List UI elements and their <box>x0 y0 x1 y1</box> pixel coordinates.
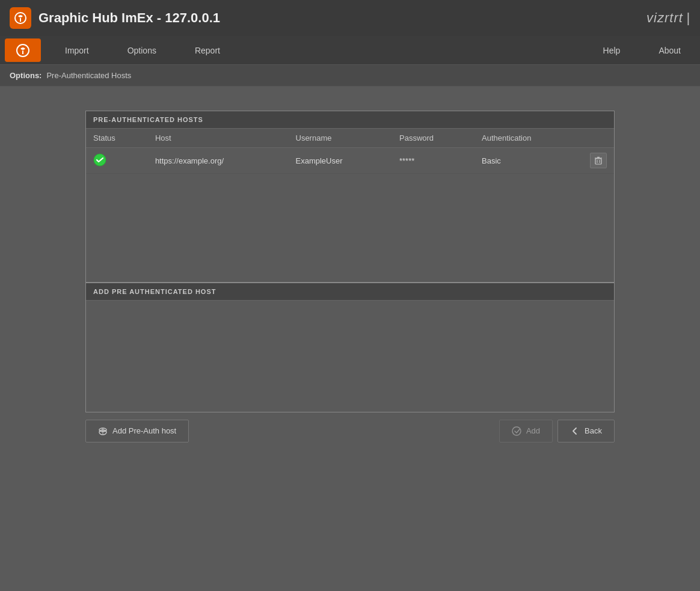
main-content: PRE-AUTHENTICATED HOSTS Status Host User… <box>0 87 700 450</box>
add-section-body <box>86 301 614 412</box>
add-label: Add <box>526 426 540 435</box>
col-password: Password <box>392 129 474 148</box>
breadcrumb: Options: Pre-Authenticated Hosts <box>0 65 700 87</box>
row-password: ***** <box>392 148 474 174</box>
row-host: https://example.org/ <box>148 148 289 174</box>
row-status <box>86 148 148 174</box>
col-host: Host <box>148 129 289 148</box>
row-username: ExampleUser <box>289 148 393 174</box>
row-delete[interactable] <box>583 148 614 174</box>
hosts-section-header: PRE-AUTHENTICATED HOSTS <box>86 111 614 129</box>
hosts-tbody: https://example.org/ ExampleUser ***** B… <box>86 148 614 282</box>
hosts-section: PRE-AUTHENTICATED HOSTS Status Host User… <box>85 111 615 283</box>
col-status: Status <box>86 129 148 148</box>
menu-item-help[interactable]: Help <box>584 36 640 64</box>
add-section-header: ADD PRE AUTHENTICATED HOST <box>86 283 614 301</box>
menu-item-report[interactable]: Report <box>176 36 239 64</box>
add-preauth-label: Add Pre-Auth host <box>112 426 176 435</box>
add-section: ADD PRE AUTHENTICATED HOST <box>85 283 615 412</box>
button-row: Add Pre-Auth host Add Back <box>85 412 615 450</box>
app-icon <box>10 7 31 29</box>
breadcrumb-path: Pre-Authenticated Hosts <box>46 71 131 80</box>
status-ok-icon <box>93 153 106 167</box>
panel-container: PRE-AUTHENTICATED HOSTS Status Host User… <box>85 111 615 412</box>
back-button[interactable]: Back <box>557 420 615 442</box>
menu-item-options[interactable]: Options <box>108 36 176 64</box>
svg-point-12 <box>512 427 521 435</box>
col-actions <box>583 129 614 148</box>
svg-rect-3 <box>595 159 601 164</box>
breadcrumb-label: Options: <box>10 71 41 80</box>
vizrt-logo: vizrtrt | <box>646 10 690 26</box>
add-button[interactable]: Add <box>499 420 553 442</box>
row-authentication: Basic <box>474 148 583 174</box>
hosts-table: Status Host Username Password Authentica… <box>86 129 614 282</box>
app-title: Graphic Hub ImEx - 127.0.0.1 <box>38 10 220 26</box>
menu-logo <box>5 38 41 62</box>
delete-row-button[interactable] <box>590 153 607 168</box>
add-preauth-button[interactable]: Add Pre-Auth host <box>85 420 189 442</box>
title-left: Graphic Hub ImEx - 127.0.0.1 <box>10 7 220 29</box>
menu-bar: Import Options Report Help About <box>0 36 700 65</box>
col-username: Username <box>289 129 393 148</box>
col-authentication: Authentication <box>474 129 583 148</box>
menu-item-import[interactable]: Import <box>46 36 108 64</box>
back-label: Back <box>585 426 602 435</box>
table-row: https://example.org/ ExampleUser ***** B… <box>86 148 614 174</box>
title-bar: Graphic Hub ImEx - 127.0.0.1 vizrtrt | <box>0 0 700 36</box>
menu-item-about[interactable]: About <box>639 36 700 64</box>
